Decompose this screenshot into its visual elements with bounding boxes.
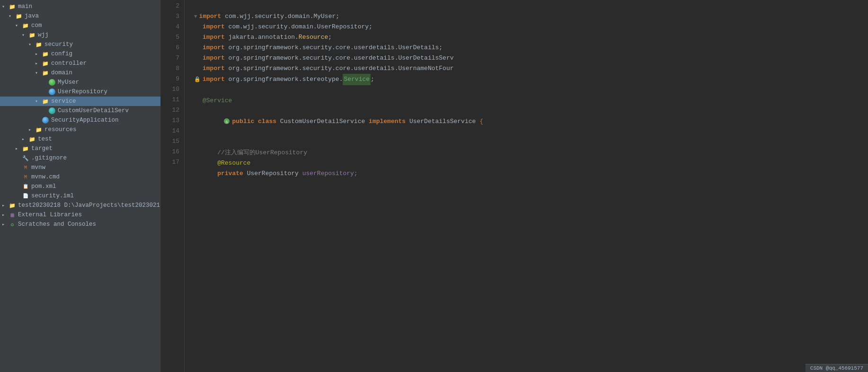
- tree-item-securityapplication[interactable]: SecurityApplication: [0, 115, 160, 125]
- tree-item-scratches[interactable]: ♻ Scratches and Consoles: [0, 220, 160, 229]
- arrow-com: [15, 23, 22, 28]
- code-line-2: [194, 1, 868, 11]
- mvnw-cmd-icon: M: [22, 173, 29, 181]
- annotation-resource-15: @Resource: [203, 158, 250, 168]
- line-num-6: 6: [161, 43, 179, 53]
- tree-item-mvnw-cmd[interactable]: M mvnw.cmd: [0, 172, 160, 182]
- line-num-8: 8: [161, 63, 179, 74]
- tree-label-com: com: [31, 22, 42, 29]
- arrow-config: [35, 51, 42, 57]
- code-line-15: @Resource: [194, 158, 868, 168]
- kw-import-5: import: [203, 32, 229, 43]
- arrow-scratches: [2, 221, 9, 227]
- tree-item-mvnw[interactable]: M mvnw: [0, 163, 160, 172]
- fold-icon-3: ▼: [194, 11, 197, 22]
- import-path-5b: ;: [328, 32, 332, 43]
- import-path-9a: org.springframework.stereotype.: [229, 74, 343, 85]
- line-num-17: 17: [161, 157, 179, 168]
- line-numbers: 2 3 4 5 6 7 8 9 10 11 12 13 14 15 16 17: [161, 0, 185, 372]
- svg-text:S: S: [226, 119, 228, 124]
- arrow-wjj: [22, 32, 28, 38]
- statusbar-text: CSDN @qq_45691577: [810, 365, 863, 371]
- kw-import-6: import: [203, 43, 229, 53]
- kw-import-3: import: [199, 11, 225, 22]
- gitignore-icon: 🔧: [22, 154, 29, 162]
- line-num-13: 13: [161, 115, 179, 126]
- tree-item-gitignore[interactable]: 🔧 .gitignore: [0, 153, 160, 163]
- tree-label-securityapplication: SecurityApplication: [51, 117, 119, 124]
- folder-icon-main: 📁: [9, 3, 16, 10]
- code-editor: 2 3 4 5 6 7 8 9 10 11 12 13 14 15 16 17 …: [161, 0, 868, 372]
- iml-icon: 📄: [22, 192, 29, 200]
- arrow-domain: [35, 70, 42, 76]
- folder-icon-service: 📁: [42, 97, 49, 105]
- tree-item-test20230218[interactable]: 📁 test20230218 D:\JavaProjects\test20230…: [0, 201, 160, 210]
- kw-implements-12: implements: [369, 116, 409, 127]
- java-icon-customuserdetailserv: [48, 107, 56, 115]
- tree-label-main: main: [18, 3, 32, 10]
- type-userrepository-16: UserRepository: [247, 168, 302, 179]
- tree-item-config[interactable]: 📁 config: [0, 49, 160, 59]
- tree-label-myuser: MyUser: [58, 79, 79, 86]
- tree-label-service: service: [51, 98, 76, 105]
- line-num-14: 14: [161, 126, 179, 136]
- code-line-8: import org.springframework.security.core…: [194, 63, 868, 74]
- folder-icon-com: 📁: [22, 22, 29, 29]
- tree-item-pom-xml[interactable]: 📋 pom.xml: [0, 182, 160, 191]
- tree-item-wjj[interactable]: 📁 wjj: [0, 30, 160, 40]
- external-libs-icon: ▦: [9, 211, 16, 219]
- import-path-8: org.springframework.security.core.userde…: [229, 63, 454, 74]
- folder-icon-test: 📁: [28, 135, 36, 143]
- arrow-service: [35, 98, 42, 104]
- tree-item-userrepository[interactable]: UserRepository: [0, 87, 160, 97]
- tree-item-external-libraries[interactable]: ▦ External Libraries: [0, 210, 160, 220]
- line-num-10: 10: [161, 84, 179, 95]
- tree-item-customuserdetailserv[interactable]: CustomUserDetailServ: [0, 106, 160, 115]
- kw-import-4: import: [203, 22, 229, 32]
- tree-label-mvnw: mvnw: [31, 164, 45, 171]
- code-line-6: import org.springframework.security.core…: [194, 43, 868, 53]
- classname-12: CustomUserDetailService: [280, 116, 369, 127]
- code-line-11: @Service: [194, 96, 868, 106]
- line-num-3: 3: [161, 11, 179, 22]
- tree-item-myuser[interactable]: MyUser: [0, 78, 160, 87]
- arrow-resources: [28, 127, 35, 133]
- file-tree[interactable]: 📁 main 📁 java 📁 com 📁 wjj 📁 security 📁 c…: [0, 0, 161, 372]
- comment-14: //注入编写的UserRepository: [203, 148, 307, 158]
- tree-item-domain[interactable]: 📁 domain: [0, 68, 160, 78]
- tree-item-resources[interactable]: 📁 resources: [0, 125, 160, 134]
- import-path-4: com.wjj.security.domain.UserRepository;: [229, 22, 372, 32]
- line-num-15: 15: [161, 136, 179, 147]
- tree-label-test20230218: test20230218 D:\JavaProjects\test2023021…: [18, 202, 161, 209]
- arrow-test: [22, 136, 28, 142]
- tree-label-gitignore: .gitignore: [31, 155, 67, 161]
- tree-item-com[interactable]: 📁 com: [0, 21, 160, 30]
- kw-import-8: import: [203, 63, 229, 74]
- tree-item-target[interactable]: 📁 target: [0, 144, 160, 153]
- import-path-7: org.springframework.security.core.userde…: [229, 53, 454, 63]
- tree-label-test: test: [38, 136, 52, 142]
- statusbar: CSDN @qq_45691577: [806, 364, 868, 372]
- service-highlight: Service: [343, 74, 371, 85]
- tree-item-main[interactable]: 📁 main: [0, 2, 160, 11]
- resource-highlight: Resource: [299, 32, 328, 43]
- kw-public-12: public: [232, 116, 258, 127]
- line-num-7: 7: [161, 53, 179, 63]
- tree-label-java: java: [25, 13, 39, 19]
- scratches-icon: ♻: [9, 221, 16, 228]
- tree-item-java[interactable]: 📁 java: [0, 11, 160, 21]
- tree-label-resources: resources: [44, 126, 77, 133]
- tree-item-security-iml[interactable]: 📄 security.iml: [0, 191, 160, 201]
- code-line-7: import org.springframework.security.core…: [194, 53, 868, 63]
- code-line-14: //注入编写的UserRepository: [194, 148, 868, 158]
- java-icon-userrepository: [48, 88, 56, 96]
- lock-icon-9: 🔒: [194, 74, 201, 85]
- tree-item-test[interactable]: 📁 test: [0, 134, 160, 144]
- folder-icon-wjj: 📁: [28, 31, 36, 39]
- tree-item-controller[interactable]: 📁 controller: [0, 59, 160, 68]
- tree-item-security[interactable]: 📁 security: [0, 40, 160, 49]
- kw-class-12: class: [258, 116, 280, 127]
- code-line-10: [194, 85, 868, 96]
- tree-item-service[interactable]: 📁 service: [0, 97, 160, 106]
- tree-label-config: config: [51, 51, 72, 57]
